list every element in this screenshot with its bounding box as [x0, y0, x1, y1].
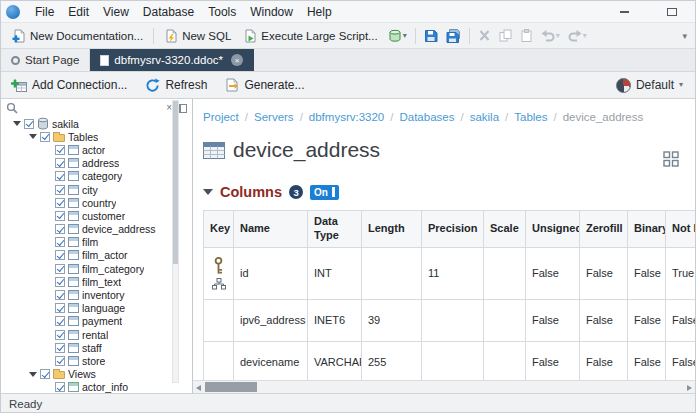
menu-window[interactable]: Window	[243, 5, 300, 19]
add-connection-button[interactable]: Add Connection...	[7, 76, 131, 95]
tree-item-inventory[interactable]: inventory	[1, 288, 192, 301]
collapse-icon[interactable]	[203, 189, 213, 195]
cell-scale	[484, 299, 526, 341]
table-header-row: Key Name Data Type Length Precision Scal…	[204, 211, 696, 248]
cell-binary: False	[628, 341, 666, 383]
checkbox-icon[interactable]	[55, 158, 65, 168]
tree-item-film[interactable]: film	[1, 236, 192, 249]
breadcrumb-databases[interactable]: Databases	[399, 111, 454, 123]
tree-item-customer[interactable]: customer	[1, 209, 192, 222]
save-button[interactable]	[421, 27, 441, 45]
tree-scrollbar[interactable]	[172, 100, 179, 383]
checkbox-icon[interactable]	[55, 211, 65, 221]
tree-item-tables[interactable]: Tables	[1, 130, 192, 143]
breadcrumb-servers[interactable]: Servers	[254, 111, 294, 123]
checkbox-icon[interactable]	[55, 290, 65, 300]
section-toggle[interactable]: On	[310, 185, 339, 200]
main-area: × sakila Tables actor address category c…	[1, 99, 695, 393]
breadcrumb-tables[interactable]: Tables	[514, 111, 547, 123]
tree-item-views[interactable]: Views	[1, 368, 192, 381]
new-sql-button[interactable]: New SQL	[159, 27, 236, 45]
tree-item-label: category	[82, 170, 122, 182]
execute-large-script-button[interactable]: Execute Large Script...	[238, 27, 382, 45]
checkbox-icon[interactable]	[40, 369, 50, 379]
maximize-button[interactable]	[665, 5, 679, 19]
checkbox-icon[interactable]	[55, 171, 65, 181]
new-documentation-button[interactable]: New Documentation...	[7, 27, 148, 45]
tree-item-device-address[interactable]: device_address	[1, 223, 192, 236]
checkbox-icon[interactable]	[55, 303, 65, 313]
checkbox-icon[interactable]	[55, 264, 65, 274]
tree-item-film-category[interactable]: film_category	[1, 262, 192, 275]
tree-item-payment[interactable]: payment	[1, 315, 192, 328]
minimize-button[interactable]	[617, 5, 631, 19]
cell-precision	[422, 299, 484, 341]
tab-document[interactable]: dbfmysrv-3320.ddoc* ×	[90, 49, 254, 71]
tree-item-sakila[interactable]: sakila	[1, 117, 192, 130]
checkbox-icon[interactable]	[55, 250, 65, 260]
paste-button[interactable]	[517, 27, 536, 44]
view-layout-button[interactable]	[659, 147, 683, 171]
table-row-id[interactable]: id INT 11 False False False True	[204, 247, 696, 299]
checkbox-icon[interactable]	[55, 356, 65, 366]
checkbox-icon[interactable]	[55, 316, 65, 326]
table-row-ipv6-address[interactable]: ipv6_address INET6 39 False False False …	[204, 299, 696, 341]
cut-button[interactable]	[475, 27, 494, 44]
breadcrumb-project[interactable]: Project	[203, 111, 239, 123]
checkbox-icon[interactable]	[24, 119, 34, 129]
chevron-down-icon[interactable]	[29, 134, 37, 139]
tree-item-rental[interactable]: rental	[1, 328, 192, 341]
skin-selector[interactable]: Default ▾	[616, 78, 689, 93]
copy-button[interactable]	[496, 27, 515, 44]
generate-button[interactable]: Generate...	[221, 76, 308, 94]
content-area: Project / Servers / dbfmysrv:3320 / Data…	[193, 99, 695, 393]
checkbox-icon[interactable]	[55, 145, 65, 155]
search-icon[interactable]	[6, 102, 18, 114]
horizontal-scrollbar[interactable]	[193, 380, 695, 393]
redo-button[interactable]: ▾	[565, 27, 590, 44]
tree-item-actor[interactable]: actor	[1, 143, 192, 156]
tree-item-film-text[interactable]: film_text	[1, 275, 192, 288]
table-row-devicename[interactable]: devicename VARCHAR 255 False False False…	[204, 341, 696, 383]
close-icon[interactable]: ×	[231, 54, 243, 66]
tree-item-country[interactable]: country	[1, 196, 192, 209]
scroll-left-icon[interactable]	[196, 385, 201, 391]
database-sync-button[interactable]: ▾	[385, 27, 410, 45]
checkbox-icon[interactable]	[55, 330, 65, 340]
menu-help[interactable]: Help	[300, 5, 339, 19]
menu-tools[interactable]: Tools	[201, 5, 243, 19]
checkbox-icon[interactable]	[55, 185, 65, 195]
undo-button[interactable]: ▾	[538, 27, 563, 44]
menu-file[interactable]: File	[28, 5, 61, 19]
tree-item-staff[interactable]: staff	[1, 341, 192, 354]
tree-item-film-actor[interactable]: film_actor	[1, 249, 192, 262]
tree-item-language[interactable]: language	[1, 302, 192, 315]
tree-item-store[interactable]: store	[1, 354, 192, 367]
tree-item-actor-info[interactable]: actor_info	[1, 381, 192, 393]
chevron-down-icon[interactable]	[29, 372, 37, 377]
scroll-right-icon[interactable]	[687, 385, 692, 391]
checkbox-icon[interactable]	[55, 237, 65, 247]
menu-database[interactable]: Database	[136, 5, 201, 19]
tree-item-category[interactable]: category	[1, 170, 192, 183]
menu-edit[interactable]: Edit	[61, 5, 96, 19]
checkbox-icon[interactable]	[55, 343, 65, 353]
tree-item-address[interactable]: address	[1, 157, 192, 170]
tree-item-city[interactable]: city	[1, 183, 192, 196]
tab-start-page[interactable]: Start Page	[1, 49, 90, 71]
cell-zerofill: False	[580, 247, 628, 299]
checkbox-icon[interactable]	[40, 132, 50, 142]
chevron-down-icon[interactable]	[13, 121, 21, 126]
checkbox-icon[interactable]	[55, 382, 65, 392]
checkbox-icon[interactable]	[55, 198, 65, 208]
scrollbar-thumb[interactable]	[173, 101, 178, 264]
breadcrumb-database[interactable]: sakila	[470, 111, 499, 123]
checkbox-icon[interactable]	[55, 277, 65, 287]
scrollbar-thumb[interactable]	[205, 382, 257, 392]
breadcrumb-server[interactable]: dbfmysrv:3320	[309, 111, 384, 123]
menu-view[interactable]: View	[96, 5, 136, 19]
save-all-button[interactable]	[443, 27, 464, 45]
refresh-button[interactable]: Refresh	[141, 76, 211, 95]
checkbox-icon[interactable]	[55, 224, 65, 234]
toolbar-overflow-button[interactable]: ▾	[682, 31, 689, 41]
